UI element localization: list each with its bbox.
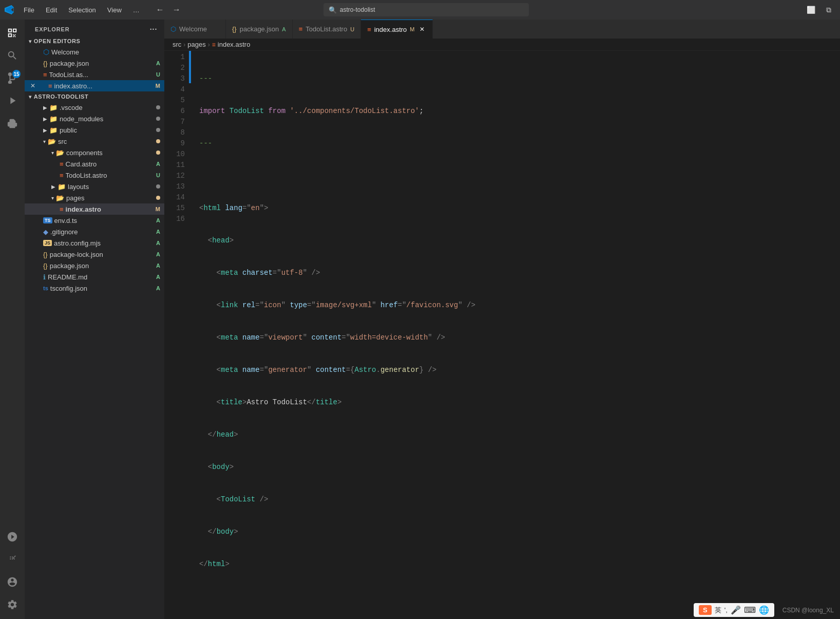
code-line-7: <meta charset="utf-8" /> — [199, 268, 840, 278]
ime-keyboard[interactable]: ⌨ — [744, 605, 756, 615]
folder-vscode[interactable]: ▶ 📁 .vscode — [25, 102, 164, 113]
activity-docker[interactable] — [2, 549, 23, 570]
activity-bot[interactable] — [2, 527, 23, 547]
src-name: src — [58, 138, 154, 145]
close-tab-index-astro[interactable]: ✕ — [418, 25, 426, 33]
tab-todolist-astro[interactable]: ≡ TodoList.astro U — [293, 20, 361, 39]
open-editor-todolist[interactable]: ≡ TodoList.as... U — [25, 69, 164, 80]
file-tsconfig[interactable]: ts tsconfig.json A — [25, 283, 164, 294]
activity-bottom — [2, 527, 23, 619]
file-index-astro[interactable]: ≡ index.astro M — [25, 203, 164, 215]
activity-accounts[interactable] — [2, 572, 23, 592]
public-chevron: ▶ — [43, 127, 47, 133]
code-content[interactable]: --- import TodoList from '../components/… — [191, 51, 840, 619]
ime-punct[interactable]: ', — [724, 606, 728, 614]
layouts-name: layouts — [68, 183, 154, 191]
ime-globe[interactable]: 🌐 — [759, 605, 769, 615]
project-label: ASTRO-TODOLIST — [34, 93, 89, 100]
folder-public[interactable]: ▶ 📁 public — [25, 124, 164, 136]
readme-icon: ℹ — [43, 273, 46, 281]
folder-src[interactable]: ▾ 📂 src — [25, 136, 164, 147]
nav-forward[interactable]: → — [169, 3, 184, 17]
menu-edit[interactable]: Edit — [41, 4, 62, 16]
welcome-name: Welcome — [51, 48, 160, 56]
code-line-12: </head> — [199, 429, 840, 440]
activity-explorer[interactable] — [2, 23, 23, 43]
file-env-dts[interactable]: TS env.d.ts A — [25, 215, 164, 226]
public-name: public — [60, 126, 154, 134]
nav-back[interactable]: ← — [153, 3, 167, 17]
file-astro-config[interactable]: JS astro.config.mjs A — [25, 237, 164, 249]
breadcrumb-file[interactable]: index.astro — [218, 41, 251, 48]
folder-node-modules[interactable]: ▶ 📁 node_modules — [25, 113, 164, 124]
breadcrumb-src[interactable]: src — [173, 41, 181, 48]
code-editor[interactable]: 1 2 3 4 5 6 7 8 9 10 11 12 13 14 15 16 — [164, 51, 840, 619]
index-astro-icon: ≡ — [48, 82, 52, 90]
folder-layouts[interactable]: ▶ 📁 layouts — [25, 181, 164, 192]
sidebar-toggle-btn[interactable]: ⬜ — [804, 3, 818, 17]
sidebar-more-btn[interactable]: ··· — [149, 25, 158, 34]
folder-components[interactable]: ▾ 📂 components — [25, 147, 164, 158]
ime-widget[interactable]: S — [699, 605, 712, 615]
menu-selection[interactable]: Selection — [63, 4, 101, 16]
tab-package-json[interactable]: {} package.json A — [226, 20, 293, 39]
package-json-name: package.json — [50, 60, 152, 67]
ime-mic[interactable]: 🎤 — [731, 605, 741, 615]
file-package-json[interactable]: {} package.json A — [25, 260, 164, 271]
index-astro-file-badge: M — [156, 206, 160, 212]
close-index-astro[interactable]: ✕ — [29, 82, 37, 90]
open-editor-welcome[interactable]: ⬡ Welcome — [25, 46, 164, 58]
code-line-11: <title>Astro TodoList</title> — [199, 397, 840, 408]
todolist-badge: U — [156, 71, 160, 78]
ime-lang[interactable]: 英 — [715, 606, 721, 615]
tsconfig-icon: ts — [43, 285, 48, 291]
public-dot — [156, 128, 160, 132]
search-bar[interactable]: 🔍 astro-todolist — [323, 3, 529, 16]
activity-extensions[interactable] — [2, 113, 23, 134]
code-line-4 — [199, 171, 840, 181]
welcome-icon: ⬡ — [43, 48, 49, 56]
code-line-8: <link rel="icon" type="image/svg+xml" hr… — [199, 300, 840, 311]
astro-config-icon: JS — [43, 240, 52, 246]
components-dot — [156, 151, 160, 155]
breadcrumb-sep2: › — [208, 41, 210, 48]
pages-name: pages — [66, 194, 154, 202]
menu-more[interactable]: … — [128, 4, 145, 16]
open-editors-header[interactable]: ▾ OPEN EDITORS — [25, 36, 164, 46]
layouts-chevron: ▶ — [51, 184, 55, 190]
node-modules-dot — [156, 117, 160, 121]
title-bar: File Edit Selection View … ← → 🔍 astro-t… — [0, 0, 840, 20]
todolist-tab-badge: U — [350, 26, 354, 32]
tab-index-astro[interactable]: ≡ index.astro M ✕ — [361, 20, 432, 39]
index-astro-name: index.astro... — [54, 82, 151, 90]
card-astro-name: Card.astro — [66, 160, 152, 168]
file-card-astro[interactable]: ≡ Card.astro A — [25, 158, 164, 170]
activity-search[interactable] — [2, 45, 23, 66]
code-line-5: <html lang="en"> — [199, 203, 840, 214]
breadcrumb-sep1: › — [183, 41, 185, 48]
file-todolist-astro[interactable]: ≡ TodoList.astro U — [25, 170, 164, 181]
vscode-folder-name: .vscode — [60, 104, 154, 111]
card-astro-icon: ≡ — [60, 160, 64, 168]
tsconfig-name: tsconfig.json — [50, 285, 152, 292]
project-header[interactable]: ▾ ASTRO-TODOLIST — [25, 91, 164, 102]
activity-settings[interactable] — [2, 594, 23, 615]
sidebar-header: EXPLORER ··· — [25, 20, 164, 36]
activity-run[interactable] — [2, 90, 23, 111]
index-astro-file-name: index.astro — [66, 205, 151, 213]
open-editor-package-json[interactable]: {} package.json A — [25, 58, 164, 69]
menu-file[interactable]: File — [18, 4, 40, 16]
project-chevron: ▾ — [29, 94, 32, 100]
folder-pages[interactable]: ▾ 📂 pages — [25, 192, 164, 203]
components-name: components — [66, 149, 154, 157]
activity-source-control[interactable]: 15 — [2, 68, 23, 88]
file-package-lock[interactable]: {} package-lock.json A — [25, 249, 164, 260]
open-editor-index-astro[interactable]: ✕ ≡ index.astro... M — [25, 80, 164, 91]
menu-view[interactable]: View — [102, 4, 127, 16]
tab-welcome[interactable]: ⬡ Welcome — [164, 20, 226, 39]
layout-btn[interactable]: ⧉ — [822, 3, 836, 17]
file-readme[interactable]: ℹ README.md A — [25, 271, 164, 283]
file-gitignore[interactable]: ◆ .gitignore A — [25, 226, 164, 237]
breadcrumb-pages[interactable]: pages — [187, 41, 205, 48]
todolist-astro-icon: ≡ — [60, 172, 64, 179]
